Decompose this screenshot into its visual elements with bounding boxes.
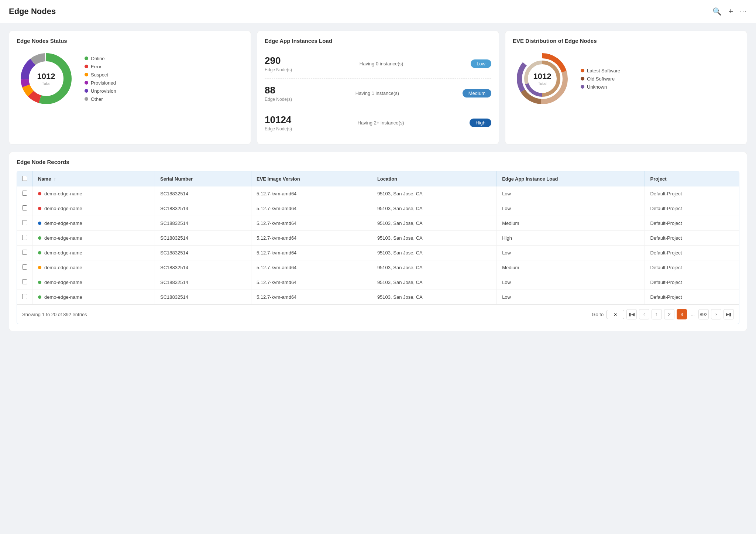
page-1[interactable]: 1 bbox=[652, 309, 662, 319]
page-892[interactable]: 892 bbox=[698, 309, 709, 319]
row-check-7[interactable] bbox=[22, 294, 27, 299]
load-count-2: 10124 bbox=[265, 114, 292, 126]
row-status-dot-5 bbox=[38, 266, 41, 269]
status-total-number: 1012 bbox=[37, 72, 55, 81]
row-check-3[interactable] bbox=[22, 235, 27, 240]
page-3-active[interactable]: 3 bbox=[677, 309, 687, 319]
pagination-controls: Go to ▮◀ ‹ 1 2 3 ... 892 › ▶▮ bbox=[592, 309, 734, 319]
row-name-1: demo-edge-name bbox=[33, 201, 155, 216]
load-having-0: Having 0 instance(s) bbox=[360, 61, 403, 66]
row-check-2[interactable] bbox=[22, 220, 27, 225]
more-options-icon[interactable]: ⋯ bbox=[740, 7, 747, 16]
row-serial-4: SC18832514 bbox=[155, 246, 251, 260]
row-checkbox-5 bbox=[17, 260, 33, 275]
records-title: Edge Node Records bbox=[17, 159, 739, 165]
status-donut: 1012 Total bbox=[17, 49, 76, 108]
row-load-2: Medium bbox=[497, 216, 645, 231]
select-all-checkbox[interactable] bbox=[22, 176, 27, 181]
table-row: demo-edge-name SC18832514 5.12.7-kvm-amd… bbox=[17, 246, 739, 260]
eve-legend: Latest SoftwareOld SoftwareUnknown bbox=[581, 68, 620, 90]
row-serial-2: SC18832514 bbox=[155, 216, 251, 231]
load-count-0: 290 bbox=[265, 55, 292, 66]
table-body: demo-edge-name SC18832514 5.12.7-kvm-amd… bbox=[17, 186, 739, 304]
legend-dot-online bbox=[85, 57, 88, 60]
row-check-6[interactable] bbox=[22, 279, 27, 284]
legend-label-online: Online bbox=[91, 56, 105, 61]
row-name-7: demo-edge-name bbox=[33, 290, 155, 305]
row-name-text-4[interactable]: demo-edge-name bbox=[44, 250, 82, 256]
page-2[interactable]: 2 bbox=[664, 309, 674, 319]
row-location-1: 95103, San Jose, CA bbox=[372, 201, 496, 216]
row-name-text-6[interactable]: demo-edge-name bbox=[44, 280, 82, 285]
header-actions: 🔍 + ⋯ bbox=[712, 7, 747, 16]
load-count-group-2: 10124 Edge Node(s) bbox=[265, 114, 292, 131]
header-location: Location bbox=[372, 171, 496, 186]
row-location-6: 95103, San Jose, CA bbox=[372, 275, 496, 290]
row-checkbox-4 bbox=[17, 246, 33, 260]
row-project-0: Default-Project bbox=[645, 186, 739, 201]
last-page-button[interactable]: ▶▮ bbox=[724, 309, 734, 319]
row-name-text-5[interactable]: demo-edge-name bbox=[44, 265, 82, 270]
cards-row: Edge Nodes Status bbox=[9, 31, 747, 144]
row-check-0[interactable] bbox=[22, 191, 27, 196]
legend-dot-provisioned bbox=[85, 81, 88, 85]
eve-legend-dot-unknown bbox=[581, 85, 584, 89]
next-page-button[interactable]: › bbox=[711, 309, 721, 319]
search-icon[interactable]: 🔍 bbox=[712, 7, 722, 16]
legend-label-error: Error bbox=[91, 64, 102, 69]
load-count-1: 88 bbox=[265, 85, 292, 96]
table-row: demo-edge-name SC18832514 5.12.7-kvm-amd… bbox=[17, 275, 739, 290]
name-sort-icon[interactable]: ↑ bbox=[54, 177, 56, 181]
first-page-button[interactable]: ▮◀ bbox=[626, 309, 637, 319]
row-name-text-0[interactable]: demo-edge-name bbox=[44, 191, 82, 196]
row-eve-image-6: 5.12.7-kvm-amd64 bbox=[251, 275, 372, 290]
eve-legend-label-latest: Latest Software bbox=[587, 68, 620, 73]
header-name: Name ↑ bbox=[33, 171, 155, 186]
status-donut-center: 1012 Total bbox=[37, 72, 55, 86]
row-load-7: Low bbox=[497, 290, 645, 305]
prev-page-button[interactable]: ‹ bbox=[639, 309, 649, 319]
row-checkbox-2 bbox=[17, 216, 33, 231]
row-name-text-1[interactable]: demo-edge-name bbox=[44, 206, 82, 211]
row-status-dot-2 bbox=[38, 222, 41, 225]
legend-item-online: Online bbox=[85, 56, 116, 61]
row-name-0: demo-edge-name bbox=[33, 186, 155, 201]
eve-legend-dot-latest bbox=[581, 69, 584, 72]
goto-input[interactable] bbox=[606, 310, 624, 319]
row-status-dot-4 bbox=[38, 251, 41, 254]
row-location-0: 95103, San Jose, CA bbox=[372, 186, 496, 201]
main-content: Edge Nodes Status bbox=[0, 23, 756, 339]
table-header: Name ↑ Serial Number EVE Image Version L… bbox=[17, 171, 739, 186]
row-status-dot-0 bbox=[38, 192, 41, 195]
load-count-group-0: 290 Edge Node(s) bbox=[265, 55, 292, 72]
row-project-6: Default-Project bbox=[645, 275, 739, 290]
header-eve-image: EVE Image Version bbox=[251, 171, 372, 186]
add-icon[interactable]: + bbox=[728, 7, 733, 16]
row-eve-image-5: 5.12.7-kvm-amd64 bbox=[251, 260, 372, 275]
eve-legend-label-old: Old Software bbox=[587, 76, 615, 82]
row-name-text-3[interactable]: demo-edge-name bbox=[44, 235, 82, 241]
row-load-1: Low bbox=[497, 201, 645, 216]
row-name-text-7[interactable]: demo-edge-name bbox=[44, 294, 82, 300]
status-total-label: Total bbox=[37, 81, 55, 86]
load-card-title: Edge App Instances Load bbox=[265, 38, 491, 44]
row-eve-image-3: 5.12.7-kvm-amd64 bbox=[251, 231, 372, 246]
row-name-text-2[interactable]: demo-edge-name bbox=[44, 220, 82, 226]
legend-dot-unprovision bbox=[85, 89, 88, 93]
row-check-1[interactable] bbox=[22, 205, 27, 210]
pagination-showing: Showing 1 to 20 of 892 entries bbox=[22, 312, 87, 317]
row-project-5: Default-Project bbox=[645, 260, 739, 275]
page-header: Edge Nodes 🔍 + ⋯ bbox=[0, 0, 756, 23]
page-ellipsis: ... bbox=[689, 312, 696, 317]
eve-total-number: 1012 bbox=[533, 72, 551, 81]
row-eve-image-2: 5.12.7-kvm-amd64 bbox=[251, 216, 372, 231]
row-serial-3: SC18832514 bbox=[155, 231, 251, 246]
status-card-inner: 1012 Total OnlineErrorSuspectProvisioned… bbox=[17, 49, 243, 108]
row-checkbox-3 bbox=[17, 231, 33, 246]
load-unit-1: Edge Node(s) bbox=[265, 97, 292, 102]
row-check-5[interactable] bbox=[22, 264, 27, 270]
legend-item-provisioned: Provisioned bbox=[85, 80, 116, 86]
load-card: Edge App Instances Load 290 Edge Node(s)… bbox=[257, 31, 499, 144]
row-check-4[interactable] bbox=[22, 250, 27, 255]
legend-item-suspect: Suspect bbox=[85, 72, 116, 78]
